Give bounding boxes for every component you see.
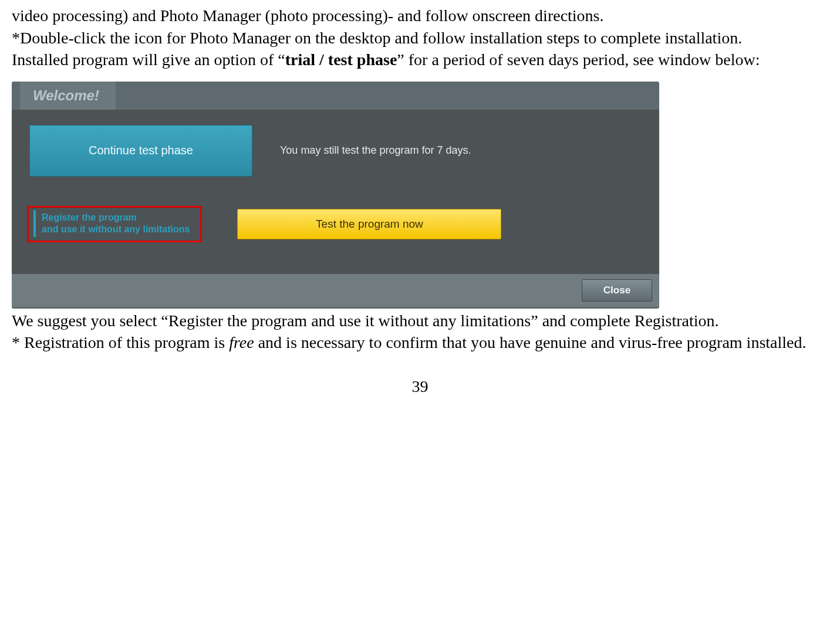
text-fragment: * Registration of this program is — [12, 333, 229, 351]
italic-text: free — [229, 333, 254, 351]
paragraph: * Registration of this program is free a… — [12, 333, 828, 353]
register-line1: Register the program — [42, 212, 190, 224]
register-program-option[interactable]: Register the program and use it without … — [27, 206, 202, 242]
continue-test-phase-button[interactable]: Continue test phase — [29, 125, 252, 177]
close-button[interactable]: Close — [582, 279, 652, 302]
paragraph: Installed program will give an option of… — [12, 50, 828, 70]
window-footer: Close — [12, 274, 659, 307]
register-accent-bar-icon — [33, 210, 36, 237]
bold-text: trial / test phase — [285, 50, 397, 69]
welcome-tab-title: Welcome! — [20, 82, 116, 110]
paragraph: *Double-click the icon for Photo Manager… — [12, 28, 828, 48]
paragraph: We suggest you select “Register the prog… — [12, 311, 828, 331]
page-number: 39 — [12, 377, 828, 396]
register-line2: and use it without any limitations — [42, 224, 190, 235]
register-program-label: Register the program and use it without … — [42, 212, 190, 235]
trial-remaining-message: You may still test the program for 7 day… — [280, 144, 471, 157]
welcome-window: Welcome! Continue test phase You may sti… — [12, 82, 659, 309]
lower-row: Register the program and use it without … — [23, 206, 647, 242]
text-fragment: Installed program will give an option of… — [12, 50, 285, 69]
paragraph: video processing) and Photo Manager (pho… — [12, 6, 828, 26]
main-panel: Continue test phase You may still test t… — [12, 110, 659, 274]
test-program-now-button[interactable]: Test the program now — [237, 209, 501, 239]
text-fragment: and is necessary to confirm that you hav… — [254, 333, 807, 351]
text-fragment: ” for a period of seven days period, see… — [397, 50, 760, 69]
